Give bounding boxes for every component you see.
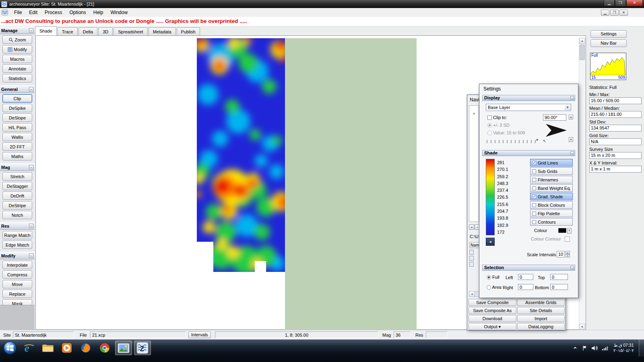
sidebar-item-dedrift[interactable]: DeDrift [2,191,32,200]
settings-button[interactable]: Settings [590,30,627,38]
layer-select[interactable]: Base Layer ▼ [486,104,571,111]
canvas-scrollbar[interactable]: ▲ ▼ [579,38,586,330]
chevron-up-icon[interactable] [572,345,578,351]
network-icon[interactable] [602,346,608,351]
value-radio[interactable] [487,131,492,135]
direction-arrow[interactable] [544,123,568,139]
checkbox-icon[interactable] [532,178,536,182]
photos-taskbar-icon[interactable] [115,341,132,355]
option-grid-lines[interactable]: ✓Grid Lines [530,159,573,167]
chrome-taskbar-icon[interactable] [96,341,113,355]
sidebar-item-clip[interactable]: Clip [2,94,32,103]
display-section-header[interactable]: Display – [482,95,575,101]
option-contours[interactable]: Contours [530,218,573,226]
ie-taskbar-icon[interactable]: e [21,341,37,355]
nav-hscrollbar[interactable]: ◂ [469,291,480,297]
shade-section-header[interactable]: Shade – [482,150,575,156]
tab-3d[interactable]: 3D [98,27,113,35]
top-field[interactable]: 0 [550,274,568,280]
sidebar-item-modify[interactable]: Modify [2,45,32,53]
checkbox-icon[interactable]: ✓ [532,195,536,199]
nav-tree[interactable]: ▴ [469,105,479,222]
angle-down-icon[interactable]: ▼ [569,137,573,142]
full-radio-row[interactable]: Full [487,275,500,280]
collapse-icon[interactable]: – [29,224,33,228]
menu-window[interactable]: Window [107,8,131,16]
collapse-icon[interactable]: – [29,165,33,169]
sd-radio[interactable] [487,123,492,128]
checkbox-icon[interactable] [532,212,536,216]
sidebar-item-maths[interactable]: Maths [2,152,32,160]
sidebar-item-macros[interactable]: Macros [2,55,32,63]
collapse-icon[interactable]: – [29,253,33,258]
option-flip-palette[interactable]: Flip Palette [530,210,573,217]
menu-options[interactable]: Options [66,8,89,16]
sidebar-item-deslope[interactable]: DeSlope [2,113,32,122]
area-radio[interactable] [487,285,491,290]
start-button[interactable] [2,341,19,355]
nav-button-import[interactable]: Import [517,315,565,322]
option-band-weight-eq[interactable]: Band Weight Eq. [530,184,573,192]
right-field[interactable]: 0 [518,284,533,290]
nav-button-save-composite-as[interactable]: Save Composite As [469,307,516,314]
nav-button-save-composite[interactable]: Save Composite [469,299,516,306]
mdi-restore-button[interactable]: ❐ [610,10,619,16]
nav-button-datalogging[interactable]: DataLogging [517,323,565,330]
sidebar-item-compress[interactable]: Compress [2,270,32,279]
checkbox-icon[interactable] [532,220,536,224]
nav-name-column-header[interactable]: Nam [469,242,480,248]
colour-swatch[interactable] [558,228,566,233]
survey-area-empty[interactable] [285,38,417,330]
scale-back-button[interactable]: ◄ [486,238,495,246]
sidebar-item-zoom[interactable]: Zoom [2,35,32,44]
show-desktop-button[interactable] [639,339,644,356]
list-item[interactable] [469,261,480,267]
list-item[interactable] [469,255,480,261]
sidebar-item-edge-match[interactable]: Edge Match [2,241,32,249]
collapse-icon[interactable]: – [570,266,574,269]
chevron-down-icon[interactable]: ▼ [565,105,570,110]
histogram-thumbnail[interactable]: Full 15 509 [590,53,626,80]
archeo-taskbar-icon[interactable]: Z [134,341,151,355]
checkbox-icon[interactable] [532,169,536,173]
left-field[interactable]: 0 [518,274,533,280]
wmp-taskbar-icon[interactable] [58,341,75,355]
dialog-title[interactable]: Settings [483,86,501,92]
nav-button-download[interactable]: Download [469,315,516,322]
collapse-icon[interactable]: – [570,96,574,100]
mdi-close-button[interactable]: ✕ [619,10,628,16]
checkbox-icon[interactable]: ✓ [532,161,536,165]
navbar-button[interactable]: Nav Bar [590,39,627,47]
sidebar-item-destagger[interactable]: DeStagger [2,182,32,190]
sidebar-item-wallis[interactable]: Wallis [2,133,32,141]
sidebar-item-mask[interactable]: Mask [2,299,32,305]
tab-trace[interactable]: Trace [58,27,78,35]
close-button[interactable]: ✕ [626,0,643,6]
value-radio-row[interactable]: Value: 15 to 509 [487,130,525,135]
maximize-button[interactable]: ❐ [615,0,626,6]
sidebar-item-move[interactable]: Move [2,280,32,288]
checkbox-icon[interactable] [532,203,536,207]
sidebar-item-h-l-pass[interactable]: H/L Pass [2,123,32,132]
shade-plot[interactable] [197,38,285,272]
sidebar-item-despike[interactable]: DeSpike [2,104,32,112]
colour-contour-swatch[interactable] [565,237,570,242]
angle-spinbox[interactable]: 90.00° [543,114,566,121]
mdi-minimize-button[interactable]: ▁ [601,10,609,16]
nav-button-site-details[interactable]: Site Details [517,307,565,314]
option-block-colours[interactable]: Block Colours [530,201,573,209]
tab-shade[interactable]: Shade [35,26,57,35]
clip-slider[interactable] [487,140,536,143]
explorer-taskbar-icon[interactable] [39,341,56,355]
scale-intervals-up-icon[interactable]: ▲ [566,251,570,254]
clip-to-checkbox[interactable] [487,115,492,120]
option-grad-shade[interactable]: ✓Grad. Shade [530,193,573,200]
menu-process[interactable]: Process [41,8,66,16]
scroll-up-icon[interactable]: ▲ [579,38,585,44]
collapse-icon[interactable]: – [29,87,33,91]
tab-metadata[interactable]: Metadata [149,27,176,35]
sidebar-item-replace[interactable]: Replace [2,290,32,298]
scroll-left-icon[interactable]: ◂ [469,292,475,296]
sidebar-item-interpolate[interactable]: Interpolate [2,261,32,269]
menu-help[interactable]: Help [90,8,107,16]
